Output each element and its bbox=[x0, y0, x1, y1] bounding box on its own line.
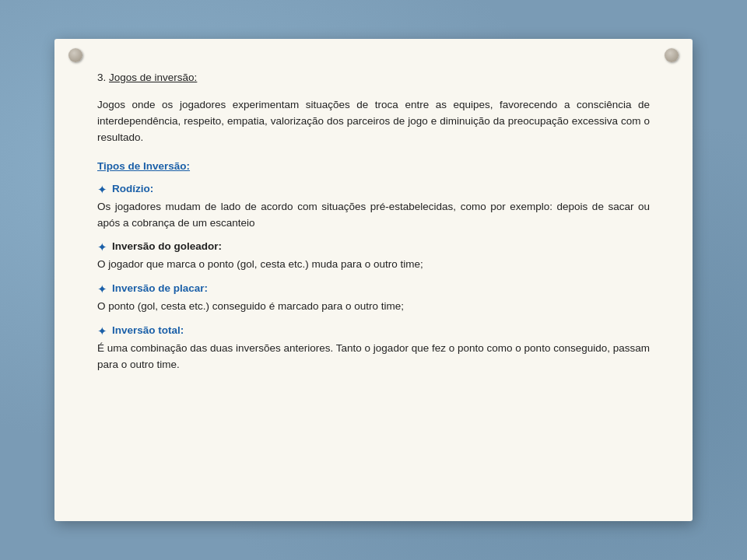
diamond-icon-total: ✦ bbox=[97, 323, 107, 339]
section-number: 3. bbox=[97, 72, 106, 83]
intro-paragraph: Jogos onde os jogadores experimentam sit… bbox=[97, 97, 650, 146]
content-area: 3. Jogos de inversão: Jogos onde os joga… bbox=[97, 70, 650, 373]
diamond-icon-rodizio: ✦ bbox=[97, 181, 107, 198]
item-rodizio-text: Os jogadores mudam de lado de acordo com… bbox=[97, 199, 650, 232]
tack-top-left bbox=[68, 48, 82, 62]
item-goleador-header: ✦ Inversão do goleador: bbox=[97, 239, 650, 255]
paper-card: 3. Jogos de inversão: Jogos onde os joga… bbox=[54, 39, 693, 521]
item-rodizio-header: ✦ Rodízio: bbox=[97, 181, 650, 198]
diamond-icon-goleador: ✦ bbox=[97, 239, 107, 255]
item-rodizio: ✦ Rodízio: Os jogadores mudam de lado de… bbox=[97, 181, 650, 232]
item-goleador-text: O jogador que marca o ponto (gol, cesta … bbox=[97, 257, 650, 273]
tipos-section: Tipos de Inversão: ✦ Rodízio: Os jogador… bbox=[97, 159, 650, 373]
item-inversao-placar: ✦ Inversão de placar: O ponto (gol, cest… bbox=[97, 281, 650, 315]
item-total-text: É uma combinação das duas inversões ante… bbox=[97, 341, 650, 373]
item-inversao-goleador: ✦ Inversão do goleador: O jogador que ma… bbox=[97, 239, 650, 273]
section-heading: 3. Jogos de inversão: bbox=[97, 70, 650, 86]
tack-top-right bbox=[665, 48, 679, 62]
item-goleador-label: Inversão do goleador: bbox=[112, 239, 222, 255]
item-total-label: Inversão total: bbox=[112, 323, 184, 339]
item-rodizio-label: Rodízio: bbox=[112, 181, 153, 198]
item-placar-header: ✦ Inversão de placar: bbox=[97, 281, 650, 297]
tipos-title: Tipos de Inversão: bbox=[97, 159, 650, 175]
item-placar-label: Inversão de placar: bbox=[112, 281, 208, 297]
item-placar-text: O ponto (gol, cesta etc.) conseguido é m… bbox=[97, 299, 650, 315]
item-inversao-total: ✦ Inversão total: É uma combinação das d… bbox=[97, 323, 650, 373]
section-title: Jogos de inversão: bbox=[109, 72, 197, 83]
diamond-icon-placar: ✦ bbox=[97, 281, 107, 297]
item-total-header: ✦ Inversão total: bbox=[97, 323, 650, 339]
